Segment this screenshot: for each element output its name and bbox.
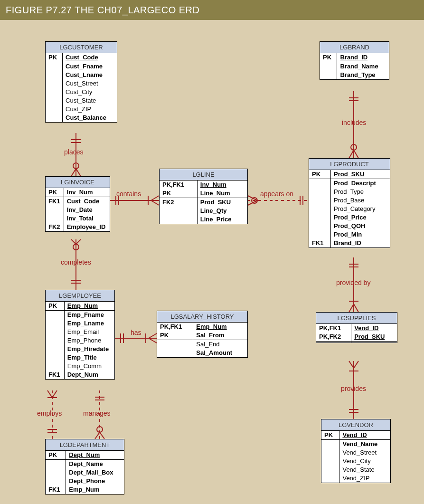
- rel-appears-on: appears on: [260, 190, 293, 198]
- entity-title: LGDEPARTMENT: [46, 439, 124, 451]
- entity-body: PKEmp_NumEmp_FnameEmp_LnameEmp_EmailEmp_…: [46, 302, 114, 379]
- svg-line-5: [76, 169, 81, 176]
- erd-canvas: LGCUSTOMER PKCust_CodeCust_FnameCust_Lna…: [0, 20, 424, 504]
- entity-lgbrand: LGBRAND PKBrand_IDBrand_NameBrand_Type: [320, 41, 389, 80]
- entity-body: PKBrand_IDBrand_NameBrand_Type: [320, 53, 389, 79]
- entity-body: PKCust_CodeCust_FnameCust_LnameCust_Stre…: [46, 53, 117, 122]
- svg-line-55: [349, 361, 354, 368]
- entity-body: PKInv_NumFK1Cust_CodeInv_DateInv_TotalFK…: [46, 188, 110, 231]
- svg-line-33: [149, 333, 157, 338]
- svg-point-13: [252, 198, 257, 203]
- rel-provides: provides: [341, 385, 366, 392]
- entity-lgproduct: LGPRODUCT PKProd_SKUProd_DescriptProd_Ty…: [309, 158, 390, 248]
- entity-title: LGCUSTOMER: [46, 42, 117, 53]
- rel-places: places: [64, 148, 83, 156]
- entity-title: LGBRAND: [320, 42, 389, 53]
- entity-lgdepartment: LGDEPARTMENT PKDept_NumDept_NameDept_Mai…: [45, 439, 124, 494]
- entity-body: PKProd_SKUProd_DescriptProd_TypeProd_Bas…: [309, 170, 390, 247]
- svg-line-9: [151, 196, 159, 200]
- rel-includes: includes: [342, 119, 366, 126]
- rel-has: has: [131, 329, 141, 336]
- svg-line-26: [71, 239, 76, 244]
- entity-lgemployee: LGEMPLOYEE PKEmp_NumEmp_FnameEmp_LnameEm…: [45, 290, 115, 380]
- entity-lgline: LGLINE PK,FK1Inv_NumPKLine_NumFK2Prod_SK…: [159, 169, 248, 224]
- entity-title: LGINVOICE: [46, 177, 110, 188]
- rel-provided-by: provided by: [336, 279, 370, 286]
- svg-line-38: [47, 390, 52, 398]
- svg-line-15: [248, 200, 257, 205]
- entity-body: PK,FK1Inv_NumPKLine_NumFK2Prod_SKULine_Q…: [160, 181, 247, 224]
- entity-lgcustomer: LGCUSTOMER PKCust_CodeCust_FnameCust_Lna…: [45, 41, 117, 123]
- svg-line-27: [76, 239, 81, 244]
- svg-point-21: [351, 144, 357, 150]
- svg-line-51: [349, 304, 354, 312]
- svg-line-46: [95, 432, 100, 439]
- svg-line-34: [149, 338, 157, 343]
- svg-line-39: [52, 390, 57, 398]
- entity-title: LGLINE: [160, 169, 247, 181]
- entity-lgsalary-history: LGSALARY_HISTORY PK,FK1Emp_NumPKSal_From…: [157, 311, 248, 358]
- svg-point-3: [73, 163, 79, 169]
- rel-employs: employs: [37, 409, 62, 417]
- entity-title: LGSUPPLIES: [316, 313, 397, 324]
- svg-line-4: [71, 169, 76, 176]
- rel-completes: completes: [61, 258, 91, 266]
- svg-line-10: [151, 200, 159, 205]
- entity-title: LGVENDOR: [321, 419, 390, 431]
- svg-line-56: [354, 361, 358, 368]
- entity-lgsupplies: LGSUPPLIES PK,FK1Vend_IDPK,FK2Prod_SKU: [316, 312, 397, 343]
- rel-contains: contains: [116, 190, 141, 198]
- svg-line-47: [100, 432, 104, 439]
- entity-body: PK,FK1Emp_NumPKSal_FromSal_EndSal_Amount: [157, 323, 247, 357]
- svg-line-14: [248, 196, 257, 200]
- svg-line-22: [349, 150, 354, 158]
- entity-lginvoice: LGINVOICE PKInv_NumFK1Cust_CodeInv_DateI…: [45, 176, 110, 232]
- entity-body: PKDept_NumDept_NameDept_Mail_BoxDept_Pho…: [46, 451, 124, 494]
- svg-point-45: [97, 427, 103, 432]
- entity-title: LGSALARY_HISTORY: [157, 311, 247, 323]
- entity-title: LGEMPLOYEE: [46, 290, 114, 302]
- svg-point-25: [73, 244, 79, 250]
- rel-manages: manages: [83, 409, 111, 417]
- entity-body: PKVend_IDVend_NameVend_StreetVend_CityVe…: [321, 431, 390, 483]
- entity-body: PK,FK1Vend_IDPK,FK2Prod_SKU: [316, 324, 397, 342]
- svg-line-23: [354, 150, 358, 158]
- svg-line-52: [354, 304, 358, 312]
- entity-lgvendor: LGVENDOR PKVend_IDVend_NameVend_StreetVe…: [321, 419, 391, 483]
- figure-title: FIGURE P7.27 THE CH07_LARGECO ERD: [0, 0, 424, 20]
- entity-title: LGPRODUCT: [309, 159, 390, 170]
